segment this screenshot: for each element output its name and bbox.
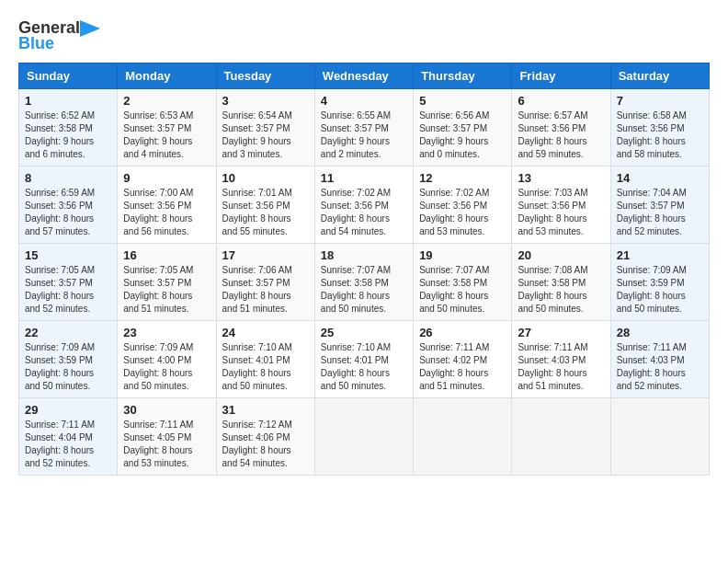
- day-number: 1: [25, 94, 111, 108]
- calendar-cell: [512, 398, 610, 476]
- calendar-week-4: 22Sunrise: 7:09 AMSunset: 3:59 PMDayligh…: [19, 321, 710, 398]
- header-row: SundayMondayTuesdayWednesdayThursdayFrid…: [19, 63, 710, 89]
- day-number: 11: [321, 171, 407, 185]
- day-number: 6: [518, 94, 604, 108]
- calendar-cell: 27Sunrise: 7:11 AMSunset: 4:03 PMDayligh…: [512, 321, 610, 398]
- calendar-cell: 13Sunrise: 7:03 AMSunset: 3:56 PMDayligh…: [512, 167, 610, 244]
- day-number: 10: [222, 171, 309, 185]
- page-header: General Blue: [18, 18, 710, 53]
- day-info: Sunrise: 7:07 AMSunset: 3:58 PMDaylight:…: [419, 265, 489, 314]
- calendar-cell: 21Sunrise: 7:09 AMSunset: 3:59 PMDayligh…: [610, 244, 709, 321]
- calendar-cell: 12Sunrise: 7:02 AMSunset: 3:56 PMDayligh…: [414, 167, 512, 244]
- header-cell-saturday: Saturday: [610, 63, 709, 89]
- calendar-cell: 29Sunrise: 7:11 AMSunset: 4:04 PMDayligh…: [19, 398, 118, 476]
- day-info: Sunrise: 6:56 AMSunset: 3:57 PMDaylight:…: [419, 110, 489, 159]
- day-number: 24: [222, 326, 309, 339]
- day-number: 15: [25, 248, 111, 262]
- day-number: 18: [321, 248, 407, 262]
- logo-graphic: General Blue: [18, 18, 100, 53]
- calendar-header: SundayMondayTuesdayWednesdayThursdayFrid…: [19, 63, 710, 89]
- day-number: 9: [123, 171, 210, 185]
- day-info: Sunrise: 7:02 AMSunset: 3:56 PMDaylight:…: [419, 188, 489, 236]
- day-info: Sunrise: 7:02 AMSunset: 3:56 PMDaylight:…: [321, 188, 391, 236]
- day-info: Sunrise: 7:07 AMSunset: 3:58 PMDaylight:…: [321, 265, 391, 314]
- day-number: 12: [419, 171, 506, 185]
- day-info: Sunrise: 7:11 AMSunset: 4:04 PMDaylight:…: [25, 419, 95, 468]
- calendar-cell: 3Sunrise: 6:54 AMSunset: 3:57 PMDaylight…: [216, 89, 314, 167]
- calendar-cell: 19Sunrise: 7:07 AMSunset: 3:58 PMDayligh…: [414, 244, 512, 321]
- calendar-cell: 2Sunrise: 6:53 AMSunset: 3:57 PMDaylight…: [118, 89, 216, 167]
- day-info: Sunrise: 6:55 AMSunset: 3:57 PMDaylight:…: [321, 110, 391, 159]
- logo-chevron: [80, 20, 100, 37]
- day-number: 25: [321, 326, 407, 339]
- day-info: Sunrise: 7:05 AMSunset: 3:57 PMDaylight:…: [25, 265, 95, 314]
- day-number: 22: [25, 326, 111, 339]
- day-number: 8: [25, 171, 111, 185]
- day-number: 20: [518, 248, 604, 262]
- day-number: 3: [222, 94, 309, 108]
- svg-marker-0: [80, 20, 100, 37]
- calendar-cell: 30Sunrise: 7:11 AMSunset: 4:05 PMDayligh…: [118, 398, 216, 476]
- day-info: Sunrise: 7:09 AMSunset: 3:59 PMDaylight:…: [25, 342, 95, 391]
- calendar-cell: 22Sunrise: 7:09 AMSunset: 3:59 PMDayligh…: [19, 321, 118, 398]
- calendar-cell: 11Sunrise: 7:02 AMSunset: 3:56 PMDayligh…: [314, 167, 413, 244]
- day-info: Sunrise: 7:01 AMSunset: 3:56 PMDaylight:…: [222, 188, 292, 236]
- header-cell-monday: Monday: [118, 63, 216, 89]
- day-info: Sunrise: 7:10 AMSunset: 4:01 PMDaylight:…: [222, 342, 292, 391]
- calendar-cell: [314, 398, 413, 476]
- day-info: Sunrise: 7:09 AMSunset: 4:00 PMDaylight:…: [123, 342, 193, 391]
- calendar-cell: 7Sunrise: 6:58 AMSunset: 3:56 PMDaylight…: [610, 89, 709, 167]
- day-info: Sunrise: 7:11 AMSunset: 4:03 PMDaylight:…: [518, 342, 587, 391]
- day-number: 23: [123, 326, 210, 339]
- calendar-cell: 10Sunrise: 7:01 AMSunset: 3:56 PMDayligh…: [216, 167, 314, 244]
- calendar-cell: 9Sunrise: 7:00 AMSunset: 3:56 PMDaylight…: [118, 167, 216, 244]
- day-number: 17: [222, 248, 309, 262]
- day-number: 19: [419, 248, 506, 262]
- calendar-cell: 31Sunrise: 7:12 AMSunset: 4:06 PMDayligh…: [216, 398, 314, 476]
- calendar-week-5: 29Sunrise: 7:11 AMSunset: 4:04 PMDayligh…: [19, 398, 710, 476]
- day-info: Sunrise: 6:58 AMSunset: 3:56 PMDaylight:…: [617, 110, 687, 159]
- day-info: Sunrise: 6:52 AMSunset: 3:58 PMDaylight:…: [25, 110, 95, 159]
- day-info: Sunrise: 6:53 AMSunset: 3:57 PMDaylight:…: [123, 110, 193, 159]
- calendar-cell: 23Sunrise: 7:09 AMSunset: 4:00 PMDayligh…: [118, 321, 216, 398]
- calendar-cell: 20Sunrise: 7:08 AMSunset: 3:58 PMDayligh…: [512, 244, 610, 321]
- day-number: 7: [617, 94, 703, 108]
- day-number: 27: [518, 326, 604, 339]
- calendar-cell: 25Sunrise: 7:10 AMSunset: 4:01 PMDayligh…: [314, 321, 413, 398]
- day-info: Sunrise: 7:04 AMSunset: 3:57 PMDaylight:…: [617, 188, 687, 236]
- day-number: 29: [25, 403, 111, 417]
- calendar-cell: 1Sunrise: 6:52 AMSunset: 3:58 PMDaylight…: [19, 89, 118, 167]
- day-number: 28: [617, 326, 703, 339]
- day-info: Sunrise: 7:11 AMSunset: 4:02 PMDaylight:…: [419, 342, 489, 391]
- day-number: 13: [518, 171, 604, 185]
- day-info: Sunrise: 7:00 AMSunset: 3:56 PMDaylight:…: [123, 188, 193, 236]
- calendar-cell: 28Sunrise: 7:11 AMSunset: 4:03 PMDayligh…: [610, 321, 709, 398]
- calendar-cell: 17Sunrise: 7:06 AMSunset: 3:57 PMDayligh…: [216, 244, 314, 321]
- day-number: 21: [617, 248, 703, 262]
- header-cell-thursday: Thursday: [414, 63, 512, 89]
- logo-text-blue: Blue: [18, 34, 54, 53]
- calendar-cell: [414, 398, 512, 476]
- day-number: 2: [123, 94, 210, 108]
- day-info: Sunrise: 7:03 AMSunset: 3:56 PMDaylight:…: [518, 188, 587, 236]
- day-number: 5: [419, 94, 506, 108]
- calendar-cell: 5Sunrise: 6:56 AMSunset: 3:57 PMDaylight…: [414, 89, 512, 167]
- header-cell-tuesday: Tuesday: [216, 63, 314, 89]
- header-cell-wednesday: Wednesday: [314, 63, 413, 89]
- calendar-cell: 8Sunrise: 6:59 AMSunset: 3:56 PMDaylight…: [19, 167, 118, 244]
- calendar-week-1: 1Sunrise: 6:52 AMSunset: 3:58 PMDaylight…: [19, 89, 710, 167]
- calendar-cell: 24Sunrise: 7:10 AMSunset: 4:01 PMDayligh…: [216, 321, 314, 398]
- day-info: Sunrise: 7:10 AMSunset: 4:01 PMDaylight:…: [321, 342, 391, 391]
- day-info: Sunrise: 6:59 AMSunset: 3:56 PMDaylight:…: [25, 188, 95, 236]
- day-info: Sunrise: 7:05 AMSunset: 3:57 PMDaylight:…: [123, 265, 193, 314]
- calendar-body: 1Sunrise: 6:52 AMSunset: 3:58 PMDaylight…: [19, 89, 710, 476]
- day-info: Sunrise: 7:12 AMSunset: 4:06 PMDaylight:…: [222, 419, 292, 468]
- day-info: Sunrise: 6:54 AMSunset: 3:57 PMDaylight:…: [222, 110, 292, 159]
- calendar-cell: 18Sunrise: 7:07 AMSunset: 3:58 PMDayligh…: [314, 244, 413, 321]
- calendar-cell: 16Sunrise: 7:05 AMSunset: 3:57 PMDayligh…: [118, 244, 216, 321]
- logo: General Blue: [18, 18, 100, 53]
- day-number: 14: [617, 171, 703, 185]
- day-info: Sunrise: 7:11 AMSunset: 4:03 PMDaylight:…: [617, 342, 687, 391]
- calendar-cell: 26Sunrise: 7:11 AMSunset: 4:02 PMDayligh…: [414, 321, 512, 398]
- day-number: 4: [321, 94, 407, 108]
